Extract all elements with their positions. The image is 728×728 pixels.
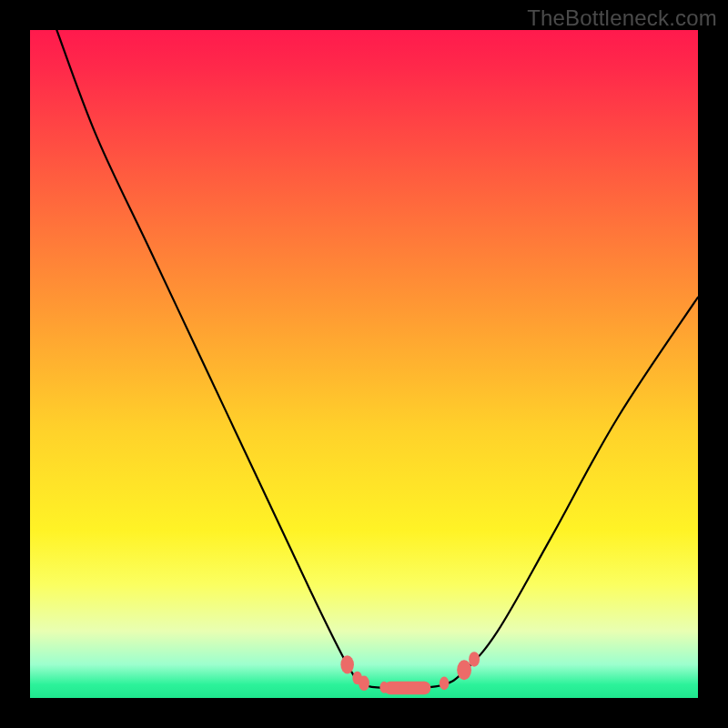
curve-line bbox=[56, 30, 698, 688]
trough-marker bbox=[420, 682, 428, 693]
chart-frame: TheBottleneck.com bbox=[0, 0, 728, 728]
trough-marker bbox=[399, 682, 408, 694]
trough-marker bbox=[469, 652, 480, 667]
bottleneck-curve bbox=[30, 30, 698, 698]
plot-area bbox=[30, 30, 698, 698]
trough-marker bbox=[457, 660, 471, 680]
markers-group bbox=[340, 652, 480, 694]
trough-marker bbox=[440, 677, 450, 691]
watermark-text: TheBottleneck.com bbox=[527, 5, 717, 31]
trough-marker bbox=[379, 682, 388, 693]
trough-marker bbox=[359, 676, 369, 692]
trough-marker bbox=[340, 655, 354, 673]
